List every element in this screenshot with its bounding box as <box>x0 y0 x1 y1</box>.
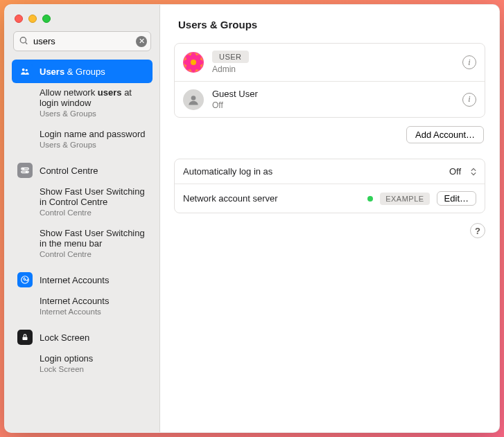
edit-network-server-button[interactable]: Edit… <box>437 191 476 206</box>
clear-search-button[interactable]: ✕ <box>136 36 147 47</box>
main-content: Users & Groups <box>160 5 499 432</box>
search-field: ✕ <box>13 31 151 51</box>
svg-point-7 <box>26 171 27 172</box>
sidebar-sub-allow-network-users[interactable]: Allow network users at login window User… <box>40 84 153 119</box>
user-row-admin[interactable]: USER Admin i <box>175 44 485 81</box>
setting-label: Automatically log in as <box>183 166 272 177</box>
setting-label: Network account server <box>183 193 278 204</box>
svg-point-6 <box>23 168 24 170</box>
sidebar-item-users-groups[interactable]: Users & Groups <box>12 60 153 83</box>
info-button[interactable]: i <box>462 93 476 107</box>
sidebar-sub-crumb: Internet Accounts <box>40 307 148 316</box>
svg-point-3 <box>26 69 28 71</box>
sidebar-sub-control-centre: Show Fast User Switching in Control Cent… <box>40 184 153 260</box>
sidebar-item-internet-accounts[interactable]: Internet Accounts <box>12 268 153 292</box>
help-row: ? <box>174 223 485 238</box>
login-settings: Automatically log in as Off Network acco… <box>174 159 485 213</box>
avatar <box>183 89 204 110</box>
network-server-tag: EXAMPLE <box>380 193 429 205</box>
sidebar-sub-fast-user-cc[interactable]: Show Fast User Switching in Control Cent… <box>40 184 153 218</box>
sidebar-sub-label: Login name and password <box>40 129 148 139</box>
control-centre-icon <box>17 163 33 178</box>
avatar <box>183 52 204 73</box>
info-button[interactable]: i <box>462 55 476 69</box>
lock-screen-icon <box>17 330 33 345</box>
sidebar-item-label: Lock Screen <box>40 332 89 343</box>
sidebar-item-label: Control Centre <box>40 166 98 176</box>
stepper-icon[interactable] <box>471 168 476 176</box>
sidebar-sub-lock-screen: Login options Lock Screen <box>40 350 153 375</box>
sidebar-sub-label: Show Fast User Switching in the menu bar <box>40 228 148 249</box>
add-account-button[interactable]: Add Account… <box>406 126 484 143</box>
user-name-badge: USER <box>212 51 249 63</box>
sidebar-item-control-centre[interactable]: Control Centre <box>12 159 153 182</box>
sidebar-sub-login-options[interactable]: Login options Lock Screen <box>40 350 153 375</box>
svg-point-2 <box>22 69 25 71</box>
user-name: Guest User <box>212 89 454 99</box>
user-role: Admin <box>212 64 454 74</box>
sidebar-sub-login-name-password[interactable]: Login name and password Users & Groups <box>40 126 153 150</box>
sidebar-item-lock-screen[interactable]: Lock Screen <box>12 325 153 349</box>
sidebar-sub-label: Show Fast User Switching in Control Cent… <box>40 186 148 207</box>
sidebar-group-users: Users & Groups Allow network users at lo… <box>12 60 153 157</box>
sidebar-sub-label: Internet Accounts <box>40 296 148 306</box>
minimize-window-button[interactable] <box>28 15 37 23</box>
search-icon <box>19 35 28 47</box>
zoom-window-button[interactable] <box>42 15 51 23</box>
user-details: USER Admin <box>212 51 454 74</box>
user-details: Guest User Off <box>212 89 454 110</box>
user-role: Off <box>212 100 454 110</box>
sidebar-sub-internet-accounts-item[interactable]: Internet Accounts Internet Accounts <box>40 293 153 317</box>
sidebar-sub-label: Allow network users at login window <box>40 87 148 108</box>
sidebar-item-label: Users & Groups <box>40 66 105 77</box>
sidebar-sub-fast-user-menubar[interactable]: Show Fast User Switching in the menu bar… <box>40 225 153 260</box>
sidebar-group-control-centre: Control Centre Show Fast User Switching … <box>12 159 153 267</box>
sidebar-group-internet-accounts: Internet Accounts Internet Accounts Inte… <box>12 268 153 324</box>
user-row-guest[interactable]: Guest User Off i <box>175 81 485 117</box>
status-indicator-icon <box>367 196 373 202</box>
sidebar-item-label: Internet Accounts <box>40 275 109 285</box>
sidebar-sub-crumb: Lock Screen <box>40 365 148 373</box>
preferences-window: ✕ Users & Groups Allow network users at … <box>4 4 500 433</box>
users-groups-icon <box>17 64 33 79</box>
auto-login-row[interactable]: Automatically log in as Off <box>175 159 485 184</box>
sidebar: ✕ Users & Groups Allow network users at … <box>5 5 160 432</box>
sidebar-sub-crumb: Users & Groups <box>40 109 148 118</box>
internet-accounts-icon <box>17 272 33 287</box>
sidebar-sub-internet-accounts: Internet Accounts Internet Accounts <box>40 293 153 317</box>
svg-point-10 <box>191 96 196 100</box>
svg-line-1 <box>26 42 28 44</box>
auto-login-value: Off <box>449 166 461 177</box>
network-server-row: Network account server EXAMPLE Edit… <box>175 184 485 213</box>
close-window-button[interactable] <box>15 15 23 23</box>
help-button[interactable]: ? <box>470 223 485 238</box>
search-input[interactable] <box>13 31 151 51</box>
sidebar-sub-label: Login options <box>40 353 148 364</box>
sidebar-sub-crumb: Control Centre <box>40 250 148 258</box>
sidebar-sub-users: Allow network users at login window User… <box>40 84 153 150</box>
sidebar-sub-crumb: Control Centre <box>40 208 148 217</box>
window-controls <box>12 10 153 31</box>
sidebar-group-lock-screen: Lock Screen Login options Lock Screen <box>12 325 153 382</box>
svg-point-0 <box>20 37 26 42</box>
page-title: Users & Groups <box>178 19 485 30</box>
sidebar-sub-crumb: Users & Groups <box>40 141 148 149</box>
user-list: USER Admin i Guest User Off i <box>174 43 485 118</box>
svg-rect-9 <box>23 337 28 340</box>
add-account-row: Add Account… <box>174 126 484 143</box>
